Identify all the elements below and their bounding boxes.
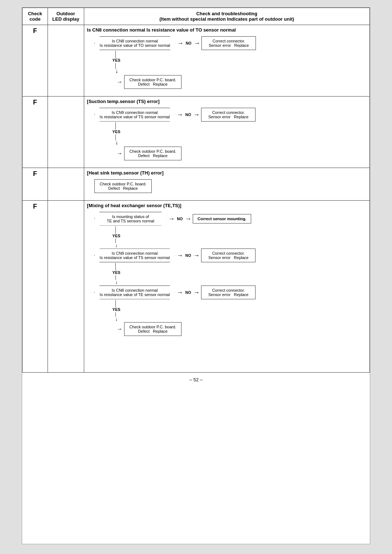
action-outdoor-pcb-th: Check outdoor P.C. board.Defect Replace	[94, 179, 152, 193]
vline-te-3	[115, 263, 116, 270]
check-code-symbol-4: F	[33, 203, 37, 210]
arrow-no-1: →	[177, 40, 184, 46]
flowchart-to-error: Is CN8 connection normalIs resistance va…	[94, 36, 367, 89]
action-outdoor-pcb-ts: Check outdoor P.C. board.Defect Replace	[124, 147, 182, 160]
decision-ts-1: Is CN9 connection normalIs resistance va…	[94, 108, 175, 122]
header-led-display: OutdoorLED display	[48, 8, 84, 25]
section-title-4: [Mixing of heat exchanger sensor (TE,TS)…	[87, 203, 367, 208]
label-no-cn9: NO	[185, 253, 191, 258]
header-check-code: Checkcode	[23, 8, 48, 25]
check-code-f4: F	[23, 200, 48, 373]
content-ts-error: [Suction temp.sensor (TS) error] Is CN9 …	[84, 96, 369, 168]
label-no-ts: NO	[185, 112, 191, 117]
decision-to-1: Is CN8 connection normalIs resistance va…	[94, 36, 176, 50]
down-arrow-te-2: ↓	[115, 280, 367, 284]
led-display-1	[48, 25, 84, 97]
yes-label-1: YES	[113, 58, 367, 62]
table-row: F Is CN8 connection normal Is resistance…	[23, 25, 370, 97]
table-row: F [Mixing of heat exchanger sensor (TE,T…	[23, 200, 370, 373]
check-code-symbol-2: F	[33, 99, 37, 106]
action-correct-connector-ts: Correct connector.Sensor error Replace	[201, 108, 256, 122]
content-th-error: [Heat sink temp.sensor (TH) error] Check…	[84, 168, 369, 200]
arrow-no-cn9: →	[177, 252, 183, 259]
content-to-error: Is CN8 connection normal Is resistance v…	[84, 25, 369, 97]
section-title-1: Is CN8 connection normal Is resistance v…	[87, 27, 367, 33]
spacer-bottom	[94, 336, 367, 365]
down-arrow-te-3: ↓	[115, 317, 367, 321]
down-arrow-te-1: ↓	[115, 243, 367, 248]
check-code-f1: F	[23, 25, 48, 97]
flowchart-ts-error: Is CN9 connection normalIs resistance va…	[94, 108, 367, 160]
action-correct-connector-1: Correct connector.Sensor error Replace	[201, 36, 256, 50]
arrow-no-cn8: →	[177, 289, 183, 296]
arrow-cn9-1: →	[193, 252, 200, 259]
section-title-3: [Heat sink temp.sensor (TH) error]	[87, 170, 367, 176]
led-display-2	[48, 96, 84, 168]
decision-mounting: Is mounting status ofTE and TS sensors n…	[94, 212, 167, 226]
check-code-symbol-3: F	[33, 170, 37, 177]
flow-block-1: Is CN8 connection normalIs resistance va…	[94, 36, 367, 50]
check-code-f2: F	[23, 96, 48, 168]
down-arrow-ts: ↓	[115, 140, 367, 145]
flow-block-2: → Check outdoor P.C. board.Defect Replac…	[115, 75, 367, 89]
arrow-no-mounting: →	[168, 216, 175, 222]
header-check-troubleshoot: Check and troubleshooting(Item without s…	[84, 8, 369, 25]
vline-ts-1	[115, 122, 116, 130]
main-table: Checkcode OutdoorLED display Check and t…	[22, 8, 370, 373]
page-footer: – 52 –	[22, 373, 370, 387]
content-te-ts-mixing: [Mixing of heat exchanger sensor (TE,TS)…	[84, 200, 369, 373]
action-correct-mounting: Correct sensor mounting.	[193, 214, 251, 223]
action-correct-connector-cn9: Correct connector.Sensor error Replace	[201, 249, 256, 262]
yes-label-te-1: YES	[113, 234, 367, 238]
label-no-1: NO	[186, 41, 192, 45]
arrow-1: →	[193, 40, 200, 46]
vline-te-1	[115, 226, 116, 234]
vline-te-5	[115, 300, 116, 307]
check-code-f3: F	[23, 168, 48, 200]
flowchart-te-ts: Is mounting status ofTE and TS sensors n…	[94, 212, 367, 365]
action-outdoor-pcb-1: Check outdoor P.C. board.Defect Replace	[124, 75, 182, 89]
action-outdoor-pcb-te: Check outdoor P.C. board.Defect Replace	[124, 322, 182, 336]
arrow-mounting-1: →	[185, 216, 191, 222]
label-no-mounting: NO	[177, 217, 183, 221]
down-arrow-1: ↓	[115, 69, 367, 74]
decision-cn8-te: Is CN8 connection normalIs resistance va…	[94, 286, 175, 299]
arrow-te-final: →	[117, 326, 123, 332]
yes-label-ts: YES	[113, 130, 367, 134]
vline-1	[115, 51, 116, 58]
section-title-2: [Suction temp.sensor (TS) error]	[87, 99, 367, 104]
flow-block-te-2: Is CN9 connection normalIs resistance va…	[94, 249, 367, 262]
arrow-2: →	[117, 79, 123, 85]
led-display-4	[48, 200, 84, 373]
flow-block-te-3: Is CN8 connection normalIs resistance va…	[94, 286, 367, 299]
label-no-cn8: NO	[185, 290, 191, 295]
flow-block-ts-2: → Check outdoor P.C. board.Defect Replac…	[115, 147, 367, 160]
flow-block-te-4: → Check outdoor P.C. board.Defect Replac…	[115, 322, 367, 336]
check-code-symbol-1: F	[33, 27, 37, 34]
flow-block-ts-1: Is CN9 connection normalIs resistance va…	[94, 108, 367, 122]
page-number: – 52 –	[189, 377, 203, 382]
flow-block-te-1: Is mounting status ofTE and TS sensors n…	[94, 212, 367, 226]
flowchart-th-error: Check outdoor P.C. board.Defect Replace	[94, 179, 367, 193]
arrow-ts-1: →	[193, 111, 200, 118]
arrow-ts-2: →	[117, 151, 123, 156]
table-row: F [Heat sink temp.sensor (TH) error] Che…	[23, 168, 370, 200]
flow-block-th-1: Check outdoor P.C. board.Defect Replace	[94, 179, 367, 193]
action-correct-connector-cn8: Correct connector.Sensor error Replace	[201, 286, 256, 299]
arrow-no-ts: →	[177, 111, 183, 118]
yes-label-te-2: YES	[113, 270, 367, 275]
table-row: F [Suction temp.sensor (TS) error] Is CN…	[23, 96, 370, 168]
led-display-3	[48, 168, 84, 200]
arrow-cn8-1: →	[193, 289, 200, 296]
yes-label-te-3: YES	[113, 307, 367, 312]
page: Checkcode OutdoorLED display Check and t…	[22, 7, 370, 544]
decision-cn9-ts: Is CN9 connection normalIs resistance va…	[94, 249, 175, 262]
